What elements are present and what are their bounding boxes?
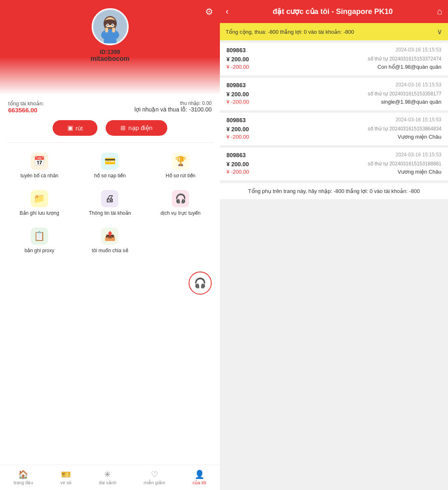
account-label: tổng tài khoản: (8, 100, 44, 107)
bet-date-4: 2024-03-16 15:15:53 (396, 152, 441, 158)
tuyen-bo-icon: 📅 (31, 153, 48, 170)
svg-point-9 (112, 25, 113, 26)
bet-amount-2: ¥ 200.00 (226, 91, 249, 98)
menu-item-chia-se[interactable]: 📤 tôi muốn chia sẻ (75, 222, 145, 259)
bottom-nav: 🏠 trang đầu 🎫 vé số ✳ đai sảnh ♡ miễn gi… (0, 464, 220, 490)
nap-label: nạp điện (128, 124, 152, 132)
bet-card-3-header: 809863 2024-03-16 15:15:53 (226, 117, 441, 123)
menu-item-proxy[interactable]: 📋 bản ghi proxy (4, 222, 75, 259)
chia-se-icon: 📤 (101, 228, 118, 245)
menu-item-tuyen-bo[interactable]: 📅 tuyên bố cá nhân (4, 147, 75, 184)
bet-amount-4: ¥ 200.00 (226, 161, 249, 167)
right-header: ‹ đặt cược của tôi - Singapore PK10 ⌂ (220, 0, 448, 23)
ve-so-icon: 🎫 (61, 469, 71, 479)
bet-card-1-header: 809863 2024-03-16 15:15:53 (226, 47, 441, 53)
account-info: tổng tài khoản: 663566.00 thu nhập: 0.00… (0, 95, 220, 118)
left-panel: ⚙ ID:1399 mitaobocom (0, 0, 220, 490)
user-id: ID:1399 (100, 49, 120, 55)
support-container: 🎧 (0, 263, 220, 303)
bet-desc-3: Vương miện Châu (398, 134, 441, 140)
proxy-icon: 📋 (31, 228, 48, 245)
bet-serial-4: số thứ tự 2024031615153188861 (368, 161, 441, 167)
chevron-down-icon[interactable]: ∨ (437, 27, 442, 36)
right-panel: ‹ đặt cược của tôi - Singapore PK10 ⌂ Tổ… (220, 0, 448, 490)
summary-text: Tổng cộng, thua: -800 thắng lợi: 0 vào t… (226, 29, 437, 35)
mien-giam-label: miễn giảm (144, 480, 166, 485)
bet-result-2: ¥ -200.00 (226, 99, 249, 105)
proxy-label: bản ghi proxy (25, 248, 54, 253)
bet-row-1-result: ¥ -200.00 Con hổ@1.98@quán quân (226, 64, 441, 70)
profit-label: lợi nhuận và thua lỗ: -3100.00 (134, 106, 212, 113)
support-button[interactable]: 🎧 (189, 272, 212, 295)
bet-serial-2: số thứ tự 2024031615153358177 (368, 91, 441, 98)
support-icon: 🎧 (194, 277, 206, 289)
nav-cua-toi[interactable]: 👤 của tôi (192, 469, 206, 485)
ho-so-nap-icon: 💳 (101, 153, 118, 170)
menu-item-ho-so-rut[interactable]: 🏆 Hồ sơ rút tiền (145, 147, 216, 184)
avatar (92, 8, 129, 45)
chia-se-label: tôi muốn chia sẻ (92, 248, 128, 253)
bet-serial-1: số thứ tự 2024031615153372474 (368, 56, 441, 63)
dai-sanh-label: đai sảnh (99, 480, 116, 485)
action-buttons: ▣ rút ⊞ nạp điện (0, 118, 220, 142)
bet-row-4-amount: ¥ 200.00 số thứ tự 2024031615153188861 (226, 161, 441, 167)
bet-card-4: 809863 2024-03-16 15:15:53 ¥ 200.00 số t… (220, 148, 448, 180)
back-button[interactable]: ‹ (226, 6, 229, 17)
bet-card-2-header: 809863 2024-03-16 15:15:53 (226, 82, 441, 88)
bet-date-3: 2024-03-16 15:15:53 (396, 117, 441, 123)
svg-point-8 (107, 25, 108, 26)
bet-result-1: ¥ -200.00 (226, 64, 249, 70)
profile-header: ⚙ ID:1399 mitaobocom (0, 0, 220, 95)
rut-button[interactable]: ▣ rút (53, 120, 98, 136)
menu-item-ho-so-nap[interactable]: 💳 hồ sơ nạp tiền (75, 147, 145, 184)
nav-ve-so[interactable]: 🎫 vé số (60, 469, 72, 485)
nav-mien-giam[interactable]: ♡ miễn giảm (144, 469, 166, 485)
bet-list: 809863 2024-03-16 15:15:53 ¥ 200.00 số t… (220, 40, 448, 490)
bet-row-3-result: ¥ -200.00 Vương miện Châu (226, 134, 441, 140)
footer-summary-text: Tổng phụ trên trang này, hãy nhập: -800 … (248, 188, 420, 194)
bet-row-2-amount: ¥ 200.00 số thứ tự 2024031615153358177 (226, 91, 441, 98)
bet-result-3: ¥ -200.00 (226, 134, 249, 140)
bet-date-2: 2024-03-16 15:15:53 (396, 82, 441, 88)
rut-icon: ▣ (67, 124, 73, 132)
bet-card-2: 809863 2024-03-16 15:15:53 ¥ 200.00 số t… (220, 78, 448, 110)
bet-amount-1: ¥ 200.00 (226, 56, 249, 63)
ho-so-rut-icon: 🏆 (172, 153, 189, 170)
menu-item-dich-vu[interactable]: 🎧 dịch vụ trực tuyến (145, 184, 216, 222)
svg-rect-12 (112, 28, 115, 33)
trang-dau-label: trang đầu (14, 480, 33, 485)
bet-amount-3: ¥ 200.00 (226, 126, 249, 132)
ban-ghi-label: Bản ghi lưu lượng (20, 210, 59, 216)
dai-sanh-icon: ✳ (104, 469, 111, 479)
trang-dau-icon: 🏠 (18, 469, 28, 479)
tuyen-bo-label: tuyên bố cá nhân (21, 173, 58, 179)
ve-so-label: vé số (60, 480, 72, 485)
nav-dai-sanh[interactable]: ✳ đai sảnh (99, 469, 116, 485)
bet-id-2: 809863 (226, 82, 246, 88)
page-title: đặt cược của tôi - Singapore PK10 (233, 7, 432, 16)
bet-id-1: 809863 (226, 47, 246, 53)
menu-grid: 📅 tuyên bố cá nhân 💳 hồ sơ nạp tiền 🏆 Hồ… (0, 143, 220, 263)
cua-toi-icon: 👤 (194, 469, 205, 479)
nap-button[interactable]: ⊞ nạp điện (106, 120, 167, 136)
dich-vu-icon: 🎧 (172, 190, 189, 207)
cua-toi-label: của tôi (192, 480, 206, 485)
nav-trang-dau[interactable]: 🏠 trang đầu (14, 469, 33, 485)
footer-summary: Tổng phụ trên trang này, hãy nhập: -800 … (220, 183, 448, 199)
menu-item-thong-tin[interactable]: 🖨 Thông tin tài khoản (75, 184, 145, 222)
income-label: thu nhập: 0.00 (134, 100, 212, 106)
bet-desc-2: single@1.98@quán quân (381, 99, 441, 105)
bet-card-4-header: 809863 2024-03-16 15:15:53 (226, 152, 441, 158)
ho-so-nap-label: hồ sơ nạp tiền (94, 173, 126, 179)
bet-id-3: 809863 (226, 117, 246, 123)
bet-desc-1: Con hổ@1.98@quán quân (377, 64, 441, 70)
username: mitaobocom (90, 55, 129, 63)
bet-date-1: 2024-03-16 15:15:53 (396, 47, 441, 53)
bet-card-3: 809863 2024-03-16 15:15:53 ¥ 200.00 số t… (220, 113, 448, 145)
settings-icon[interactable]: ⚙ (205, 7, 213, 17)
bet-card-1: 809863 2024-03-16 15:15:53 ¥ 200.00 số t… (220, 43, 448, 75)
bet-row-4-result: ¥ -200.00 Vương miện Châu (226, 169, 441, 175)
home-button[interactable]: ⌂ (437, 6, 442, 17)
nap-icon: ⊞ (120, 124, 126, 132)
menu-item-ban-ghi[interactable]: 📁 Bản ghi lưu lượng (4, 184, 75, 222)
